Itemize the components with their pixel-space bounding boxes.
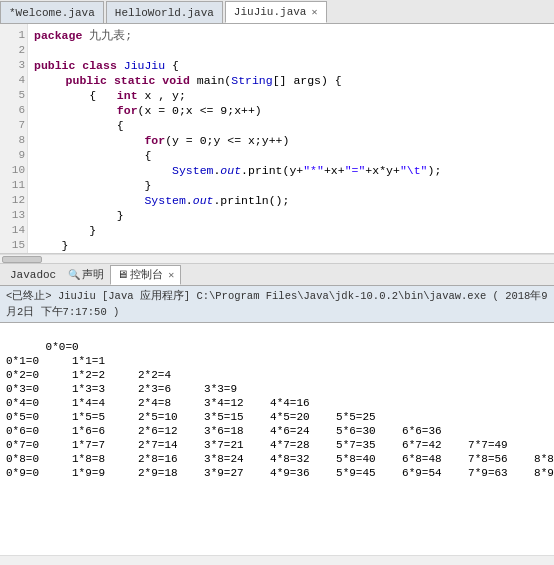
editor-area: 12345 678910 1112131415 1617 package 九九表…: [0, 24, 554, 254]
panel-tab-declare[interactable]: 🔍 声明: [62, 265, 110, 285]
panel-tab-console-close[interactable]: ✕: [168, 269, 174, 281]
code-editor[interactable]: package 九九表; public class JiuJiu { publi…: [28, 24, 554, 253]
panel-tab-console-icon: 🖥: [117, 268, 128, 281]
editor-scrollbar[interactable]: [0, 254, 554, 264]
tab-jiujiu[interactable]: JiuJiu.java ✕: [225, 1, 327, 23]
panel-tab-declare-icon: 🔍: [68, 269, 80, 281]
tab-welcome-label: *Welcome.java: [9, 7, 95, 19]
panel-tab-console[interactable]: 🖥 控制台 ✕: [110, 265, 181, 285]
panel-tab-javadoc[interactable]: Javadoc: [4, 265, 62, 285]
panel-tab-bar: Javadoc 🔍 声明 🖥 控制台 ✕: [0, 264, 554, 286]
panel-header: <已终止> JiuJiu [Java 应用程序] C:\Program File…: [0, 286, 554, 323]
panel-output: 0*0=0 0*1=0 1*1=1 0*2=0 1*2=2 2*2=4 0*3=…: [0, 323, 554, 555]
tab-jiujiu-label: JiuJiu.java: [234, 6, 307, 18]
editor-tab-bar: *Welcome.java HelloWorld.java JiuJiu.jav…: [0, 0, 554, 24]
bottom-panel: Javadoc 🔍 声明 🖥 控制台 ✕ <已终止> JiuJiu [Java …: [0, 264, 554, 565]
tab-helloworld[interactable]: HelloWorld.java: [106, 1, 223, 23]
panel-output-text: 0*0=0 0*1=0 1*1=1 0*2=0 1*2=2 2*2=4 0*3=…: [6, 341, 554, 479]
main-container: *Welcome.java HelloWorld.java JiuJiu.jav…: [0, 0, 554, 565]
panel-tab-console-label: 控制台: [130, 267, 163, 282]
tab-welcome[interactable]: *Welcome.java: [0, 1, 104, 23]
tab-jiujiu-close[interactable]: ✕: [311, 6, 317, 18]
editor-scrollbar-thumb[interactable]: [2, 256, 42, 263]
line-numbers: 12345 678910 1112131415 1617: [0, 24, 28, 253]
panel-tab-declare-label: 声明: [82, 267, 104, 282]
editor-content: 12345 678910 1112131415 1617 package 九九表…: [0, 24, 554, 253]
tab-helloworld-label: HelloWorld.java: [115, 7, 214, 19]
panel-scrollbar[interactable]: [0, 555, 554, 565]
panel-tab-javadoc-label: Javadoc: [10, 269, 56, 281]
panel-header-text: <已终止> JiuJiu [Java 应用程序] C:\Program File…: [6, 290, 548, 318]
